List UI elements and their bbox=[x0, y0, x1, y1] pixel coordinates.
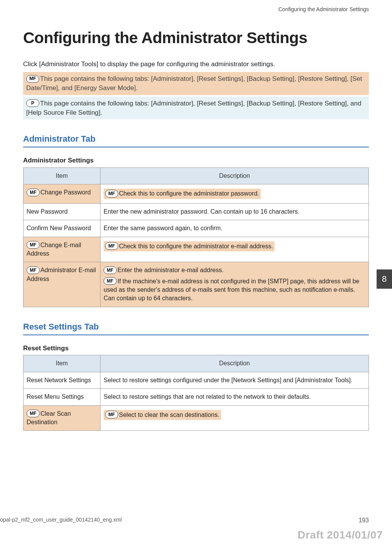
callout-p: PThis page contains the following tabs: … bbox=[23, 97, 369, 120]
mf-badge-icon: MF bbox=[27, 189, 40, 196]
cell-desc: Select to restore settings that are not … bbox=[101, 389, 369, 405]
section-heading-reset: Reset Settings Tab bbox=[23, 321, 369, 335]
table-reset-settings: Item Description Reset Network Settings … bbox=[23, 355, 369, 431]
cell-desc: MFSelect to clear the scan destinations. bbox=[101, 405, 369, 431]
cell-item: Confirm New Password bbox=[23, 220, 101, 237]
cell-item: MFAdministrator E-mail Address bbox=[23, 262, 101, 307]
desc-text: Check this to configure the administrato… bbox=[119, 190, 259, 197]
cell-item: Reset Network Settings bbox=[23, 372, 101, 388]
table-row: MFChange Password MFCheck this to config… bbox=[23, 184, 369, 203]
desc-text-2: If the machine's e-mail address is not c… bbox=[104, 278, 359, 302]
desc-text: Select to clear the scan destinations. bbox=[119, 412, 219, 418]
callout-mf: MFThis page contains the following tabs:… bbox=[23, 72, 369, 95]
table-row: New Password Enter the new administrator… bbox=[23, 203, 369, 220]
cell-desc: Select to restore settings configured un… bbox=[101, 372, 369, 388]
table-row: Reset Menu Settings Select to restore se… bbox=[23, 389, 369, 405]
page-title: Configuring the Administrator Settings bbox=[23, 27, 369, 49]
footer-page-number: 193 bbox=[358, 516, 369, 525]
mf-badge-icon: MF bbox=[27, 241, 40, 249]
col-header-item: Item bbox=[23, 355, 101, 372]
chapter-side-tab: 8 bbox=[377, 269, 392, 289]
mf-badge-icon: MF bbox=[26, 75, 39, 83]
running-header: Configuring the Administrator Settings bbox=[278, 6, 369, 13]
draft-watermark: Draft 2014/01/07 bbox=[298, 527, 383, 542]
table-row: Confirm New Password Enter the same pass… bbox=[23, 220, 369, 237]
p-badge-icon: P bbox=[26, 99, 39, 107]
cell-item: MFChange Password bbox=[23, 184, 101, 203]
cell-item: MFClear Scan Destination bbox=[23, 405, 101, 431]
table-header-row: Item Description bbox=[23, 355, 369, 372]
mf-badge-icon: MF bbox=[105, 411, 118, 418]
desc-text: Check this to configure the administrato… bbox=[119, 243, 273, 249]
table-row: MFChange E-mail Address MFCheck this to … bbox=[23, 237, 369, 262]
desc-text: Enter the administrator e-mail address. bbox=[117, 267, 224, 273]
cell-item: MFChange E-mail Address bbox=[23, 237, 101, 262]
item-label: Change Password bbox=[40, 189, 91, 196]
mf-badge-icon: MF bbox=[104, 277, 117, 285]
cell-desc: Enter the same password again, to confir… bbox=[101, 220, 369, 237]
table-row: MFAdministrator E-mail Address MFEnter t… bbox=[23, 262, 369, 307]
table-row: Reset Network Settings Select to restore… bbox=[23, 372, 369, 388]
sub-heading-admin-settings: Administrator Settings bbox=[23, 156, 369, 165]
footer-filename: opal-p2_mf2_com_user_guide_00142140_eng.… bbox=[0, 516, 122, 525]
table-row: MFClear Scan Destination MFSelect to cle… bbox=[23, 405, 369, 431]
table-header-row: Item Description bbox=[23, 167, 369, 184]
callout-p-text: This page contains the following tabs: [… bbox=[26, 100, 361, 116]
cell-desc: MFCheck this to configure the administra… bbox=[101, 237, 369, 262]
table-admin-settings: Item Description MFChange Password MFChe… bbox=[23, 167, 369, 307]
cell-desc: Enter the new administrator password. Ca… bbox=[101, 203, 369, 220]
page-footer: opal-p2_mf2_com_user_guide_00142140_eng.… bbox=[0, 516, 369, 525]
col-header-item: Item bbox=[23, 167, 101, 184]
mf-badge-icon: MF bbox=[27, 266, 40, 274]
sub-heading-reset-settings: Reset Settings bbox=[23, 344, 369, 353]
cell-desc: MFCheck this to configure the administra… bbox=[101, 184, 369, 203]
mf-badge-icon: MF bbox=[105, 242, 118, 250]
intro-text: Click [Administrator Tools] to display t… bbox=[23, 60, 369, 69]
cell-item: New Password bbox=[23, 203, 101, 220]
col-header-desc: Description bbox=[101, 167, 369, 184]
mf-badge-icon: MF bbox=[104, 266, 117, 274]
col-header-desc: Description bbox=[101, 355, 369, 372]
mf-badge-icon: MF bbox=[27, 410, 40, 417]
callout-mf-text: This page contains the following tabs: [… bbox=[26, 75, 362, 92]
cell-desc: MFEnter the administrator e-mail address… bbox=[101, 262, 369, 307]
cell-item: Reset Menu Settings bbox=[23, 389, 101, 405]
mf-badge-icon: MF bbox=[105, 190, 118, 197]
section-heading-admin: Administrator Tab bbox=[23, 133, 369, 147]
